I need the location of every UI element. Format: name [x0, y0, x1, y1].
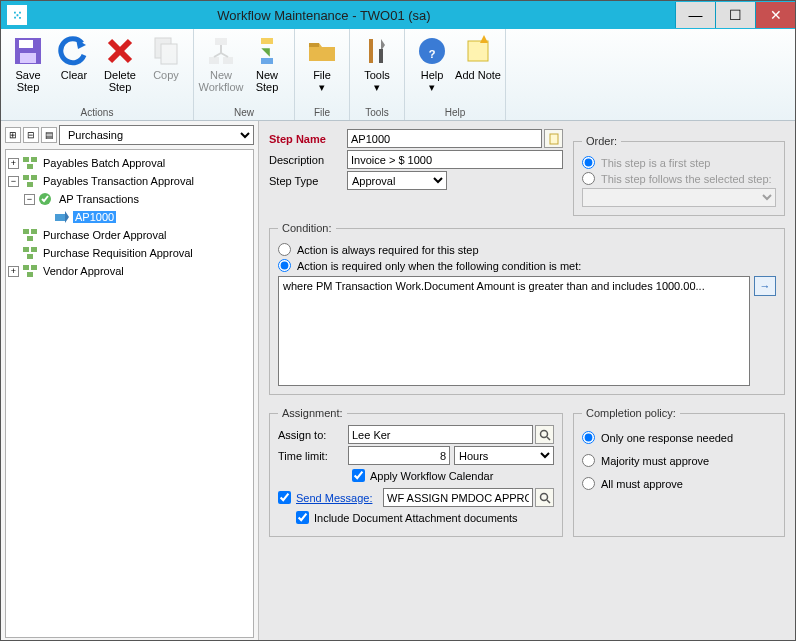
condition-text[interactable]: where PM Transaction Work.Document Amoun…	[278, 276, 750, 386]
tree-node[interactable]: Purchase Requisition Approval	[41, 247, 195, 259]
time-limit-input[interactable]	[348, 446, 450, 465]
collapse-icon[interactable]: −	[24, 194, 35, 205]
svg-text:?: ?	[429, 48, 436, 60]
condition-when-radio[interactable]	[278, 259, 291, 272]
apply-calendar-label: Apply Workflow Calendar	[370, 470, 493, 482]
help-icon: ?	[416, 35, 448, 67]
file-menu-button[interactable]: File▾	[299, 33, 345, 95]
assignment-group: Assignment: Assign to: Time limit: Hours…	[269, 407, 563, 537]
svg-line-13	[221, 53, 228, 57]
maximize-button[interactable]: ☐	[715, 2, 755, 28]
workflow-node-icon	[22, 246, 38, 260]
delete-icon	[104, 35, 136, 67]
svg-rect-17	[309, 43, 319, 47]
tree-collapse-all-button[interactable]: ⊟	[23, 127, 39, 143]
note-lookup-button[interactable]	[544, 129, 563, 148]
svg-rect-27	[23, 175, 29, 180]
assign-to-input[interactable]	[348, 425, 533, 444]
tree-view-button[interactable]: ▤	[41, 127, 57, 143]
assign-to-lookup-button[interactable]	[535, 425, 554, 444]
completion-one-radio[interactable]	[582, 431, 595, 444]
svg-rect-1	[19, 40, 33, 48]
workflow-tree[interactable]: +Payables Batch Approval −Payables Trans…	[5, 149, 254, 638]
svg-rect-7	[161, 44, 177, 64]
description-label: Description	[269, 154, 347, 166]
clear-button[interactable]: Clear	[51, 33, 97, 83]
check-icon	[38, 192, 54, 206]
svg-rect-18	[369, 39, 373, 63]
delete-step-button[interactable]: Delete Step	[97, 33, 143, 95]
send-message-lookup-button[interactable]	[535, 488, 554, 507]
step-icon	[251, 35, 283, 67]
svg-rect-16	[261, 58, 273, 64]
condition-always-radio[interactable]	[278, 243, 291, 256]
apply-calendar-checkbox[interactable]	[352, 469, 365, 482]
completion-legend: Completion policy:	[582, 407, 680, 419]
svg-rect-41	[550, 134, 558, 144]
svg-rect-29	[27, 182, 33, 187]
completion-one-label: Only one response needed	[601, 432, 733, 444]
condition-group: Condition: Action is always required for…	[269, 222, 785, 395]
copy-icon	[150, 35, 182, 67]
svg-rect-40	[27, 272, 33, 277]
assignment-legend: Assignment:	[278, 407, 347, 419]
workflow-node-icon	[22, 156, 38, 170]
completion-all-label: All must approve	[601, 478, 683, 490]
tree-expand-all-button[interactable]: ⊞	[5, 127, 21, 143]
tree-node[interactable]: AP Transactions	[57, 193, 141, 205]
help-menu-button[interactable]: ? Help▾	[409, 33, 455, 95]
tools-icon	[361, 35, 393, 67]
search-icon	[539, 429, 551, 441]
ribbon-group-actions: Actions	[81, 105, 114, 120]
tools-menu-button[interactable]: Tools▾	[354, 33, 400, 95]
svg-rect-35	[23, 247, 29, 252]
title-bar: ⁙ Workflow Maintenance - TWO01 (sa) — ☐ …	[1, 1, 795, 29]
order-group: Order: This step is a first step This st…	[573, 135, 785, 216]
expand-icon[interactable]: +	[8, 158, 19, 169]
order-legend: Order:	[582, 135, 621, 147]
svg-rect-14	[261, 38, 273, 44]
step-type-select[interactable]: Approval	[347, 171, 447, 190]
completion-policy-group: Completion policy: Only one response nee…	[573, 407, 785, 537]
send-message-link[interactable]: Send Message:	[296, 492, 383, 504]
workflow-node-icon	[22, 264, 38, 278]
svg-rect-38	[23, 265, 29, 270]
condition-expand-button[interactable]: →	[754, 276, 776, 296]
include-attachment-checkbox[interactable]	[296, 511, 309, 524]
add-note-button[interactable]: Add Note	[455, 33, 501, 83]
tree-node[interactable]: Payables Batch Approval	[41, 157, 167, 169]
new-step-button[interactable]: New Step	[244, 33, 290, 95]
svg-point-42	[540, 430, 547, 437]
svg-rect-10	[223, 57, 233, 64]
svg-point-44	[540, 493, 547, 500]
time-limit-unit-select[interactable]: Hours	[454, 446, 554, 465]
step-name-input[interactable]	[347, 129, 542, 148]
ribbon-group-help: Help	[445, 105, 466, 120]
expand-icon[interactable]: +	[8, 266, 19, 277]
save-step-button[interactable]: Save Step	[5, 33, 51, 95]
include-attachment-label: Include Document Attachment documents	[314, 512, 518, 524]
tree-node[interactable]: Vendor Approval	[41, 265, 126, 277]
completion-majority-label: Majority must approve	[601, 455, 709, 467]
series-select[interactable]: Purchasing	[59, 125, 254, 145]
new-workflow-button: New Workflow	[198, 33, 244, 95]
tree-node[interactable]: Purchase Order Approval	[41, 229, 169, 241]
assign-to-label: Assign to:	[278, 429, 348, 441]
svg-marker-15	[261, 44, 274, 57]
completion-all-radio[interactable]	[582, 477, 595, 490]
ribbon: Save Step Clear Delete Step Copy Actions…	[1, 29, 795, 121]
completion-majority-radio[interactable]	[582, 454, 595, 467]
send-message-checkbox[interactable]	[278, 491, 291, 504]
tree-node-selected[interactable]: AP1000	[73, 211, 116, 223]
close-button[interactable]: ✕	[755, 2, 795, 28]
svg-rect-24	[23, 157, 29, 162]
collapse-icon[interactable]: −	[8, 176, 19, 187]
send-message-input[interactable]	[383, 488, 533, 507]
minimize-button[interactable]: —	[675, 2, 715, 28]
description-input[interactable]	[347, 150, 563, 169]
tree-node[interactable]: Payables Transaction Approval	[41, 175, 196, 187]
step-type-label: Step Type	[269, 175, 347, 187]
order-follows-radio[interactable]	[582, 172, 595, 185]
workflow-node-icon	[22, 174, 38, 188]
order-first-step-radio[interactable]	[582, 156, 595, 169]
